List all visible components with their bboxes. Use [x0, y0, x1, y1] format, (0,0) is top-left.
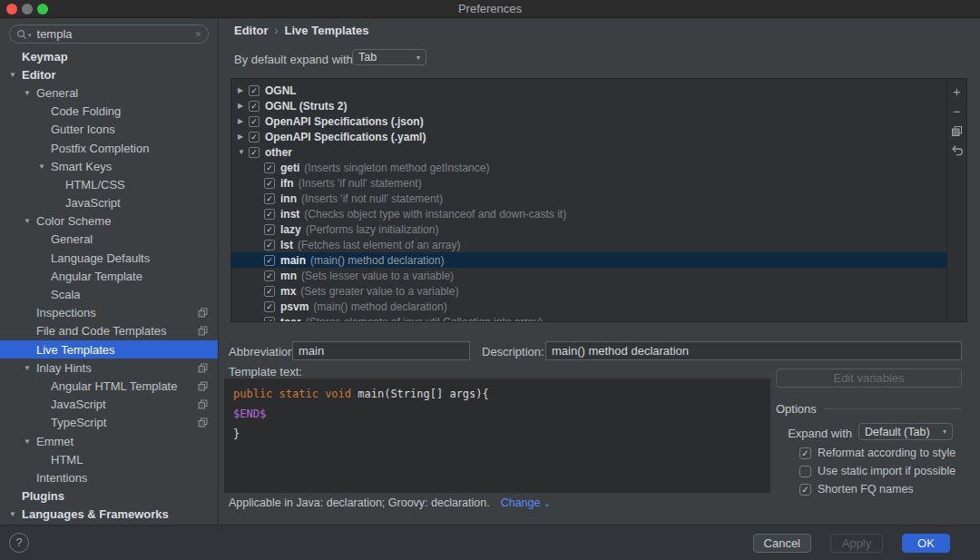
search-options-caret-icon[interactable]: ▾: [28, 32, 32, 39]
abbreviation-label: Abbreviation:: [229, 345, 298, 359]
expand-arrow-icon[interactable]: ▼: [24, 89, 36, 97]
tree-item-main[interactable]: ✓main(main() method declaration): [231, 252, 946, 268]
sidebar-item-javascript[interactable]: JavaScript: [0, 396, 219, 414]
sidebar-item-inlay-hints[interactable]: ▼Inlay Hints: [0, 359, 219, 377]
add-button[interactable]: +: [950, 84, 965, 98]
tree-item-mx[interactable]: ✓mx(Sets greater value to a variable): [231, 283, 946, 299]
sidebar-item-inspections[interactable]: Inspections: [0, 304, 219, 322]
template-checkbox[interactable]: ✓: [249, 101, 260, 112]
expand-arrow-icon[interactable]: ▼: [24, 217, 36, 225]
tree-item-ifn[interactable]: ✓ifn(Inserts 'if null' statement): [231, 175, 946, 191]
template-checkbox[interactable]: ✓: [264, 286, 275, 297]
ok-button[interactable]: OK: [902, 534, 950, 553]
template-checkbox[interactable]: ✓: [249, 85, 260, 96]
sidebar-item-angular-template[interactable]: Angular Template: [0, 267, 219, 285]
tree-item-inn[interactable]: ✓inn(Inserts 'if not null' statement): [231, 191, 946, 206]
sidebar-item-postfix-completion[interactable]: Postfix Completion: [0, 139, 219, 157]
sidebar-item-editor[interactable]: ▼Editor: [0, 65, 219, 84]
search-field[interactable]: ▾ ×: [9, 25, 209, 44]
option-reformat-according-to-style[interactable]: ✓Reformat according to style: [799, 446, 956, 460]
tree-item-toar[interactable]: ✓toar(Stores elements of java.util.Colle…: [231, 314, 946, 321]
description-input[interactable]: [545, 341, 962, 360]
cancel-button[interactable]: Cancel: [753, 534, 811, 553]
sidebar-item-color-scheme[interactable]: ▼Color Scheme: [0, 212, 219, 231]
template-checkbox[interactable]: ✓: [264, 178, 275, 189]
apply-button[interactable]: Apply: [830, 534, 883, 553]
expand-arrow-icon[interactable]: ▼: [9, 510, 22, 518]
duplicate-button[interactable]: [950, 123, 965, 138]
tree-item-mn[interactable]: ✓mn(Sets lesser value to a variable): [231, 268, 946, 283]
default-expand-select[interactable]: Tab ▾: [352, 49, 426, 65]
tree-item-geti[interactable]: ✓geti(Inserts singleton method getInstan…: [231, 160, 946, 175]
sidebar-item-keymap[interactable]: Keymap: [0, 47, 219, 65]
sidebar-item-angular-html-template[interactable]: Angular HTML Template: [0, 377, 219, 395]
template-checkbox[interactable]: ✓: [264, 317, 275, 322]
abbreviation-input[interactable]: [292, 341, 470, 360]
tree-group-openapi-specifications-yaml[interactable]: ▶✓OpenAPI Specifications (.yaml): [231, 129, 946, 144]
template-checkbox[interactable]: ✓: [264, 240, 275, 251]
tree-group-openapi-specifications-json[interactable]: ▶✓OpenAPI Specifications (.json): [231, 113, 946, 129]
search-input[interactable]: [37, 27, 191, 41]
expand-with-select[interactable]: Default (Tab) ▾: [858, 423, 953, 440]
expand-arrow-icon[interactable]: ▶: [237, 133, 249, 141]
template-checkbox[interactable]: ✓: [249, 147, 260, 158]
tree-item-psvm[interactable]: ✓psvm(main() method declaration): [231, 299, 946, 314]
tree-item-lazy[interactable]: ✓lazy(Performs lazy initialization): [231, 221, 946, 237]
template-checkbox[interactable]: ✓: [264, 255, 275, 266]
sidebar-item-scala[interactable]: Scala: [0, 285, 219, 303]
expand-arrow-icon[interactable]: ▶: [237, 117, 249, 125]
sidebar-item-typescript[interactable]: TypeScript: [0, 414, 219, 432]
option-shorten-fq-names[interactable]: ✓Shorten FQ names: [799, 482, 914, 496]
template-checkbox[interactable]: ✓: [264, 193, 275, 204]
sidebar-item-general[interactable]: General: [0, 231, 219, 249]
sidebar-item-gutter-icons[interactable]: Gutter Icons: [0, 121, 219, 139]
sidebar-item-smart-keys[interactable]: ▼Smart Keys: [0, 157, 219, 175]
expand-arrow-icon[interactable]: ▼: [38, 162, 51, 171]
checkbox[interactable]: ✓: [799, 447, 811, 459]
sidebar-item-label: Postfix Completion: [51, 142, 149, 155]
tree-group-other[interactable]: ▼✓other: [231, 144, 946, 160]
sidebar-item-code-folding[interactable]: Code Folding: [0, 103, 219, 121]
template-checkbox[interactable]: ✓: [264, 270, 275, 281]
sidebar-item-plugins[interactable]: Plugins: [0, 487, 219, 506]
revert-button[interactable]: [950, 143, 965, 158]
expand-arrow-icon[interactable]: ▼: [9, 71, 22, 79]
tree-group-ognl-struts-2[interactable]: ▶✓OGNL (Struts 2): [231, 98, 946, 113]
sidebar-item-intentions[interactable]: Intentions: [0, 468, 219, 486]
template-checkbox[interactable]: ✓: [264, 224, 275, 235]
breadcrumb-editor[interactable]: Editor: [234, 24, 269, 37]
sidebar-item-language-defaults[interactable]: Language Defaults: [0, 249, 219, 267]
sidebar-item-label: Language Defaults: [51, 251, 150, 265]
expand-arrow-icon[interactable]: ▼: [24, 437, 36, 446]
expand-arrow-icon[interactable]: ▶: [237, 86, 249, 94]
tree-item-inst[interactable]: ✓inst(Checks object type with instanceof…: [231, 206, 946, 221]
template-checkbox[interactable]: ✓: [264, 301, 275, 312]
tree-item-lst[interactable]: ✓lst(Fetches last element of an array): [231, 237, 946, 252]
sidebar-item-languages-frameworks[interactable]: ▼Languages & Frameworks: [0, 506, 219, 524]
checkbox[interactable]: ✓: [799, 484, 811, 496]
group-name: OGNL: [265, 84, 297, 97]
clear-search-icon[interactable]: ×: [194, 27, 201, 41]
template-checkbox[interactable]: ✓: [264, 209, 275, 220]
sidebar-item-javascript[interactable]: JavaScript: [0, 194, 219, 212]
sidebar-item-emmet[interactable]: ▼Emmet: [0, 432, 219, 450]
checkbox[interactable]: [799, 466, 811, 477]
sidebar-item-live-templates[interactable]: Live Templates: [0, 340, 219, 359]
change-context-link[interactable]: Change ⌄: [501, 496, 552, 509]
sidebar-item-html-css[interactable]: HTML/CSS: [0, 175, 219, 193]
sidebar-item-file-and-code-templates[interactable]: File and Code Templates: [0, 322, 219, 340]
expand-arrow-icon[interactable]: ▼: [24, 364, 36, 372]
template-checkbox[interactable]: ✓: [264, 162, 275, 173]
option-use-static-import-if-possible[interactable]: Use static import if possible: [799, 464, 956, 478]
help-button[interactable]: ?: [9, 533, 29, 553]
remove-button[interactable]: −: [950, 103, 965, 118]
template-text-editor[interactable]: public static void main(String[] args){ …: [224, 378, 770, 493]
collapse-arrow-icon[interactable]: ▼: [237, 148, 249, 156]
edit-variables-button[interactable]: Edit variables: [776, 368, 962, 388]
sidebar-item-html[interactable]: HTML: [0, 450, 219, 468]
expand-arrow-icon[interactable]: ▶: [237, 102, 249, 110]
template-checkbox[interactable]: ✓: [249, 116, 260, 127]
sidebar-item-general[interactable]: ▼General: [0, 84, 219, 102]
tree-group-ognl[interactable]: ▶✓OGNL: [231, 83, 946, 98]
template-checkbox[interactable]: ✓: [249, 132, 260, 142]
